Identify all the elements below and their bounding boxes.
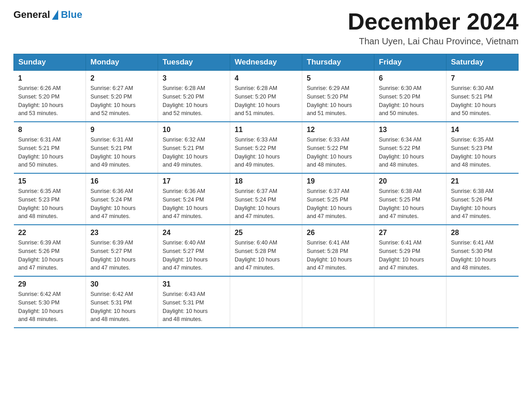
calendar-cell: 13Sunrise: 6:34 AMSunset: 5:22 PMDayligh… (374, 122, 446, 173)
day-number: 17 (163, 177, 225, 185)
calendar-cell: 16Sunrise: 6:36 AMSunset: 5:24 PMDayligh… (86, 173, 158, 225)
day-info: Sunrise: 6:43 AMSunset: 5:31 PMDaylight:… (163, 290, 225, 324)
calendar-table: SundayMondayTuesdayWednesdayThursdayFrid… (13, 54, 519, 328)
day-info: Sunrise: 6:28 AMSunset: 5:20 PMDaylight:… (163, 84, 225, 118)
day-number: 16 (90, 177, 153, 185)
calendar-header: SundayMondayTuesdayWednesdayThursdayFrid… (14, 54, 519, 71)
day-number: 8 (18, 126, 82, 134)
logo-general-text: General (13, 9, 50, 21)
calendar-cell: 20Sunrise: 6:38 AMSunset: 5:25 PMDayligh… (374, 173, 446, 225)
day-info: Sunrise: 6:36 AMSunset: 5:24 PMDaylight:… (90, 187, 153, 221)
calendar-cell: 22Sunrise: 6:39 AMSunset: 5:26 PMDayligh… (14, 225, 86, 276)
calendar-cell (446, 276, 519, 328)
day-number: 29 (18, 280, 82, 288)
day-number: 27 (379, 229, 442, 237)
day-info: Sunrise: 6:31 AMSunset: 5:21 PMDaylight:… (18, 136, 82, 169)
calendar-week-5: 29Sunrise: 6:42 AMSunset: 5:30 PMDayligh… (14, 276, 519, 328)
calendar-cell (230, 276, 302, 328)
calendar-cell: 26Sunrise: 6:41 AMSunset: 5:28 PMDayligh… (302, 225, 374, 276)
day-info: Sunrise: 6:41 AMSunset: 5:29 PMDaylight:… (379, 239, 442, 272)
calendar-cell: 31Sunrise: 6:43 AMSunset: 5:31 PMDayligh… (158, 276, 230, 328)
logo-blue-text: Blue (61, 9, 82, 21)
calendar-cell: 29Sunrise: 6:42 AMSunset: 5:30 PMDayligh… (14, 276, 86, 328)
day-number: 20 (379, 177, 442, 185)
day-number: 9 (90, 126, 153, 134)
day-info: Sunrise: 6:33 AMSunset: 5:22 PMDaylight:… (307, 136, 369, 169)
day-info: Sunrise: 6:27 AMSunset: 5:20 PMDaylight:… (90, 84, 153, 118)
day-number: 31 (163, 280, 225, 288)
weekday-header-wednesday: Wednesday (230, 54, 302, 71)
header-row: SundayMondayTuesdayWednesdayThursdayFrid… (14, 54, 519, 71)
day-number: 23 (90, 229, 153, 237)
day-number: 22 (18, 229, 82, 237)
day-info: Sunrise: 6:34 AMSunset: 5:22 PMDaylight:… (379, 136, 442, 169)
day-info: Sunrise: 6:28 AMSunset: 5:20 PMDaylight:… (235, 84, 297, 118)
calendar-week-1: 1Sunrise: 6:26 AMSunset: 5:20 PMDaylight… (14, 71, 519, 122)
day-info: Sunrise: 6:41 AMSunset: 5:30 PMDaylight:… (451, 239, 514, 272)
page-header: General Blue December 2024 Than Uyen, La… (13, 9, 519, 47)
calendar-cell: 3Sunrise: 6:28 AMSunset: 5:20 PMDaylight… (158, 71, 230, 122)
weekday-header-tuesday: Tuesday (158, 54, 230, 71)
day-number: 24 (163, 229, 225, 237)
day-number: 30 (90, 280, 153, 288)
day-info: Sunrise: 6:30 AMSunset: 5:20 PMDaylight:… (379, 84, 442, 118)
weekday-header-thursday: Thursday (302, 54, 374, 71)
calendar-cell: 11Sunrise: 6:33 AMSunset: 5:22 PMDayligh… (230, 122, 302, 173)
day-number: 19 (307, 177, 369, 185)
day-number: 15 (18, 177, 82, 185)
day-number: 3 (163, 74, 225, 82)
day-info: Sunrise: 6:32 AMSunset: 5:21 PMDaylight:… (163, 136, 225, 169)
day-info: Sunrise: 6:42 AMSunset: 5:31 PMDaylight:… (90, 290, 153, 324)
weekday-header-monday: Monday (86, 54, 158, 71)
day-number: 21 (451, 177, 514, 185)
calendar-cell: 2Sunrise: 6:27 AMSunset: 5:20 PMDaylight… (86, 71, 158, 122)
calendar-cell: 21Sunrise: 6:38 AMSunset: 5:26 PMDayligh… (446, 173, 519, 225)
day-number: 13 (379, 126, 442, 134)
day-info: Sunrise: 6:30 AMSunset: 5:21 PMDaylight:… (451, 84, 514, 118)
calendar-cell: 14Sunrise: 6:35 AMSunset: 5:23 PMDayligh… (446, 122, 519, 173)
day-number: 28 (451, 229, 514, 237)
calendar-cell (374, 276, 446, 328)
day-number: 2 (90, 74, 153, 82)
calendar-cell: 23Sunrise: 6:39 AMSunset: 5:27 PMDayligh… (86, 225, 158, 276)
calendar-cell: 28Sunrise: 6:41 AMSunset: 5:30 PMDayligh… (446, 225, 519, 276)
weekday-header-sunday: Sunday (14, 54, 86, 71)
calendar-cell: 30Sunrise: 6:42 AMSunset: 5:31 PMDayligh… (86, 276, 158, 328)
calendar-cell: 12Sunrise: 6:33 AMSunset: 5:22 PMDayligh… (302, 122, 374, 173)
day-number: 10 (163, 126, 225, 134)
day-info: Sunrise: 6:40 AMSunset: 5:27 PMDaylight:… (163, 239, 225, 272)
logo-triangle-icon (52, 10, 58, 20)
day-info: Sunrise: 6:37 AMSunset: 5:25 PMDaylight:… (307, 187, 369, 221)
calendar-subtitle: Than Uyen, Lai Chau Province, Vietnam (348, 36, 519, 47)
calendar-cell: 9Sunrise: 6:31 AMSunset: 5:21 PMDaylight… (86, 122, 158, 173)
calendar-cell: 18Sunrise: 6:37 AMSunset: 5:24 PMDayligh… (230, 173, 302, 225)
day-number: 12 (307, 126, 369, 134)
day-info: Sunrise: 6:35 AMSunset: 5:23 PMDaylight:… (18, 187, 82, 221)
day-number: 7 (451, 74, 514, 82)
day-info: Sunrise: 6:33 AMSunset: 5:22 PMDaylight:… (235, 136, 297, 169)
calendar-cell: 25Sunrise: 6:40 AMSunset: 5:28 PMDayligh… (230, 225, 302, 276)
calendar-cell: 7Sunrise: 6:30 AMSunset: 5:21 PMDaylight… (446, 71, 519, 122)
calendar-week-4: 22Sunrise: 6:39 AMSunset: 5:26 PMDayligh… (14, 225, 519, 276)
day-number: 25 (235, 229, 297, 237)
calendar-cell: 17Sunrise: 6:36 AMSunset: 5:24 PMDayligh… (158, 173, 230, 225)
calendar-cell: 8Sunrise: 6:31 AMSunset: 5:21 PMDaylight… (14, 122, 86, 173)
day-number: 14 (451, 126, 514, 134)
calendar-cell: 19Sunrise: 6:37 AMSunset: 5:25 PMDayligh… (302, 173, 374, 225)
calendar-cell: 15Sunrise: 6:35 AMSunset: 5:23 PMDayligh… (14, 173, 86, 225)
day-info: Sunrise: 6:36 AMSunset: 5:24 PMDaylight:… (163, 187, 225, 221)
day-info: Sunrise: 6:38 AMSunset: 5:26 PMDaylight:… (451, 187, 514, 221)
calendar-cell (302, 276, 374, 328)
day-number: 5 (307, 74, 369, 82)
calendar-body: 1Sunrise: 6:26 AMSunset: 5:20 PMDaylight… (14, 71, 519, 328)
weekday-header-saturday: Saturday (446, 54, 519, 71)
day-info: Sunrise: 6:39 AMSunset: 5:27 PMDaylight:… (90, 239, 153, 272)
weekday-header-friday: Friday (374, 54, 446, 71)
calendar-cell: 4Sunrise: 6:28 AMSunset: 5:20 PMDaylight… (230, 71, 302, 122)
calendar-cell: 5Sunrise: 6:29 AMSunset: 5:20 PMDaylight… (302, 71, 374, 122)
day-number: 1 (18, 74, 82, 82)
day-number: 6 (379, 74, 442, 82)
day-info: Sunrise: 6:40 AMSunset: 5:28 PMDaylight:… (235, 239, 297, 272)
calendar-cell: 24Sunrise: 6:40 AMSunset: 5:27 PMDayligh… (158, 225, 230, 276)
calendar-week-3: 15Sunrise: 6:35 AMSunset: 5:23 PMDayligh… (14, 173, 519, 225)
